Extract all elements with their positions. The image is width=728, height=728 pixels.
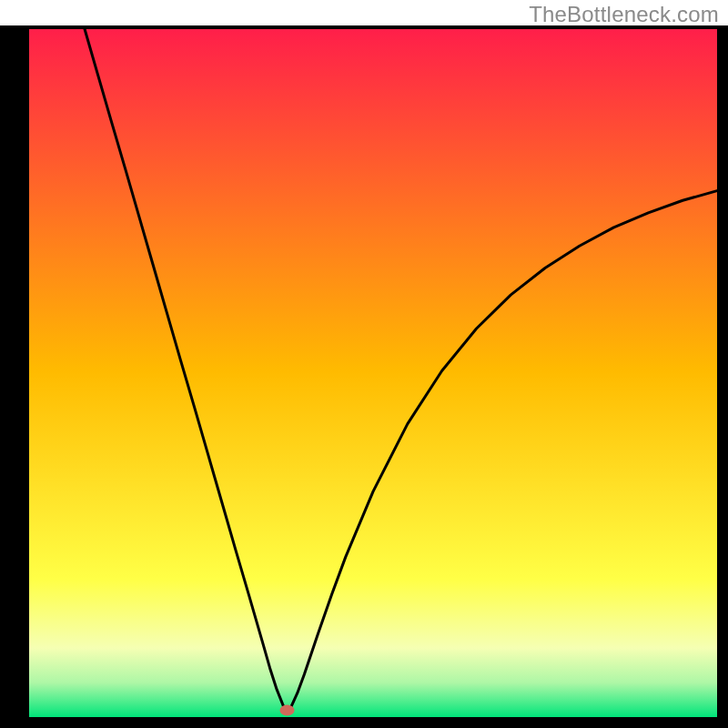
chart-frame (0, 27, 29, 717)
chart-frame (0, 27, 728, 29)
chart-frame (717, 27, 728, 717)
bottleneck-chart (0, 0, 728, 728)
chart-container: TheBottleneck.com (0, 0, 728, 728)
watermark-text: TheBottleneck.com (529, 2, 719, 27)
chart-background (29, 27, 717, 717)
chart-frame (0, 717, 728, 728)
optimum-marker (280, 704, 295, 715)
